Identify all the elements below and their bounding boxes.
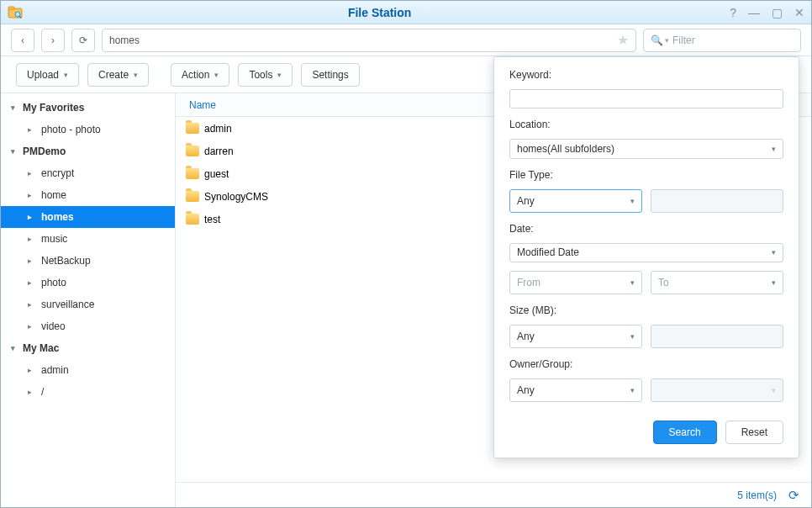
- folder-icon: [186, 191, 199, 202]
- file-name: guest: [204, 168, 229, 180]
- statusbar: 5 item(s) ⟳: [176, 482, 811, 507]
- tree-item[interactable]: ▸photo: [1, 272, 175, 294]
- tree-item[interactable]: ▸NetBackup: [1, 250, 175, 272]
- tree-item[interactable]: ▸homes: [1, 206, 175, 228]
- file-name: test: [204, 214, 220, 225]
- filetype-label: File Type:: [509, 169, 783, 181]
- file-name: SynologyCMS: [204, 191, 268, 203]
- date-type-select[interactable]: Modified Date▾: [509, 243, 783, 262]
- folder-icon: [186, 146, 199, 156]
- folder-icon: [186, 123, 199, 134]
- close-icon[interactable]: ✕: [794, 6, 804, 19]
- create-button[interactable]: Create▾: [87, 63, 149, 87]
- keyword-input[interactable]: [509, 89, 783, 108]
- date-label: Date:: [509, 223, 783, 235]
- maximize-icon[interactable]: ▢: [772, 6, 783, 19]
- back-button[interactable]: ‹: [11, 29, 34, 52]
- path-text: homes: [109, 34, 140, 46]
- folder-icon: [186, 168, 199, 179]
- location-select[interactable]: homes(All subfolders)▾: [509, 139, 783, 158]
- tree-group[interactable]: ▾PMDemo: [1, 140, 175, 162]
- app-title: File Station: [29, 6, 730, 19]
- tree-item[interactable]: ▸admin: [1, 359, 175, 381]
- tree-item[interactable]: ▸music: [1, 228, 175, 250]
- app-icon: [8, 5, 23, 20]
- path-input[interactable]: homes ★: [102, 29, 636, 52]
- settings-button[interactable]: Settings: [301, 63, 359, 87]
- upload-button[interactable]: Upload▾: [16, 63, 79, 87]
- reset-button[interactable]: Reset: [725, 421, 783, 444]
- size-extra: [651, 325, 783, 348]
- folder-icon: [186, 214, 199, 225]
- forward-button[interactable]: ›: [41, 29, 65, 52]
- refresh-button[interactable]: ⟳: [71, 29, 95, 52]
- search-icon: 🔍: [651, 34, 663, 46]
- tree-item[interactable]: ▸surveillance: [1, 294, 175, 315]
- tree-item[interactable]: ▸encrypt: [1, 162, 175, 184]
- search-button[interactable]: Search: [653, 421, 717, 444]
- filetype-extra: [651, 189, 783, 213]
- navbar: ‹ › ⟳ homes ★ 🔍 ▾ Filter: [1, 24, 811, 56]
- tree-item[interactable]: ▸home: [1, 184, 175, 206]
- app-window: File Station ? — ▢ ✕ ‹ › ⟳ homes ★ 🔍 ▾ F…: [0, 0, 812, 508]
- help-icon[interactable]: ?: [730, 6, 736, 19]
- tree-item[interactable]: ▸video: [1, 315, 175, 337]
- filetype-select[interactable]: Any▾: [509, 189, 642, 213]
- filter-input[interactable]: 🔍 ▾ Filter: [643, 29, 801, 52]
- filter-placeholder: Filter: [672, 34, 695, 46]
- tree-group[interactable]: ▾My Mac: [1, 337, 175, 359]
- favorite-star-icon[interactable]: ★: [617, 32, 629, 48]
- tree-group[interactable]: ▾My Favorites: [1, 97, 175, 119]
- tools-button[interactable]: Tools▾: [238, 63, 293, 87]
- location-label: Location:: [509, 119, 783, 130]
- keyword-label: Keyword:: [509, 69, 783, 81]
- date-to-select[interactable]: To▾: [651, 271, 783, 294]
- tree-item[interactable]: ▸photo - photo: [1, 119, 175, 140]
- date-from-select[interactable]: From▾: [509, 271, 642, 294]
- item-count: 5 item(s): [737, 489, 777, 501]
- tree-item[interactable]: ▸/: [1, 381, 175, 403]
- file-name: admin: [204, 123, 232, 135]
- list-refresh-icon[interactable]: ⟳: [788, 488, 799, 503]
- action-button[interactable]: Action▾: [171, 63, 229, 87]
- owner-select[interactable]: Any▾: [509, 378, 642, 402]
- titlebar: File Station ? — ▢ ✕: [1, 1, 811, 24]
- search-panel: Keyword: Location: homes(All subfolders)…: [493, 56, 799, 458]
- sidebar: ▾My Favorites▸photo - photo▾PMDemo▸encry…: [1, 93, 176, 507]
- filter-dropdown-icon[interactable]: ▾: [665, 36, 669, 45]
- minimize-icon[interactable]: —: [748, 6, 760, 19]
- owner-extra: ▾: [651, 378, 783, 402]
- size-label: Size (MB):: [509, 304, 783, 316]
- file-name: darren: [204, 146, 234, 157]
- owner-label: Owner/Group:: [509, 358, 783, 370]
- size-select[interactable]: Any▾: [509, 325, 642, 348]
- svg-rect-1: [8, 7, 14, 9]
